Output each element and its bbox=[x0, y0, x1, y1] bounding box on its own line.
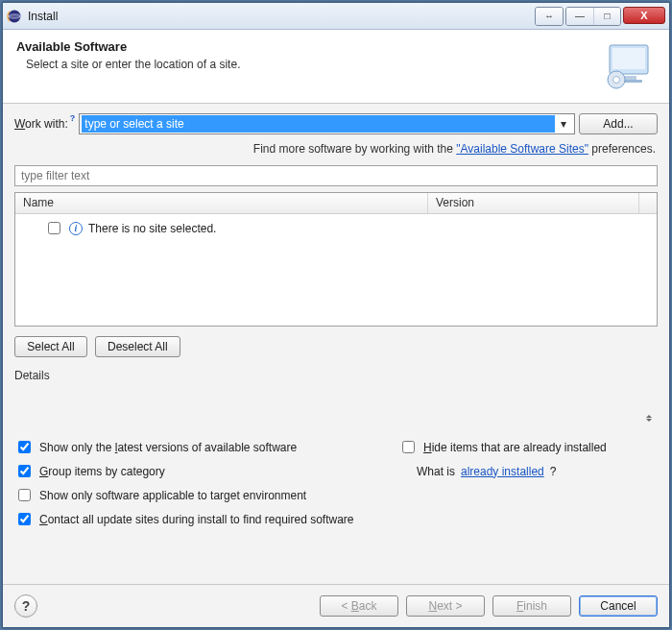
opt-hide-installed[interactable]: Hide items that are already installed bbox=[398, 438, 658, 456]
opt-whatis: What is already installed? bbox=[398, 462, 658, 480]
work-with-label: Work with: bbox=[14, 117, 68, 131]
details-area bbox=[14, 384, 658, 424]
finish-button[interactable]: Finish bbox=[492, 595, 571, 617]
opt-hide-installed-label: Hide items that are already installed bbox=[423, 441, 607, 454]
tree-empty-row: i There is no site selected. bbox=[23, 218, 649, 238]
info-icon: i bbox=[69, 222, 83, 235]
opt-latest[interactable]: Show only the latest versions of availab… bbox=[14, 438, 398, 456]
software-tree[interactable]: Name Version i There is no site selected… bbox=[14, 192, 658, 327]
column-version[interactable]: Version bbox=[428, 193, 639, 213]
opt-group-category[interactable]: Group items by category bbox=[14, 462, 398, 480]
deselect-all-button[interactable]: Deselect All bbox=[95, 336, 180, 357]
wizard-header: Available Software Select a site or ente… bbox=[3, 30, 669, 104]
already-installed-link[interactable]: already installed bbox=[461, 465, 544, 478]
options-grid: Show only the latest versions of availab… bbox=[14, 438, 658, 528]
svg-point-0 bbox=[9, 10, 21, 22]
tree-body: i There is no site selected. bbox=[15, 214, 657, 326]
work-with-input[interactable] bbox=[82, 115, 555, 133]
opt-contact-sites[interactable]: Contact all update sites during install … bbox=[14, 510, 658, 528]
tree-header: Name Version bbox=[15, 193, 657, 214]
hint-suffix: preferences. bbox=[588, 142, 656, 156]
opt-contact-sites-label: Contact all update sites during install … bbox=[39, 513, 354, 526]
empty-message: There is no site selected. bbox=[88, 222, 216, 235]
help-superscript-icon[interactable]: ? bbox=[70, 113, 76, 123]
titlebar-move-group: ↔ bbox=[535, 7, 564, 26]
available-sites-link[interactable]: "Available Software Sites" bbox=[456, 142, 588, 156]
opt-target-env-label: Show only software applicable to target … bbox=[39, 489, 306, 502]
opt-latest-checkbox[interactable] bbox=[18, 441, 31, 453]
wizard-footer: ? < Back Next > Finish Cancel bbox=[3, 584, 669, 627]
chevron-down-icon[interactable]: ▾ bbox=[555, 115, 572, 133]
install-dialog: Install ↔ — □ X Available Software Selec… bbox=[2, 2, 670, 628]
next-button[interactable]: Next > bbox=[406, 595, 485, 617]
opt-target-env-checkbox[interactable] bbox=[18, 489, 31, 501]
whatis-suffix: ? bbox=[550, 465, 557, 478]
hint-prefix: Find more software by working with the bbox=[253, 142, 456, 156]
whatis-prefix: What is bbox=[417, 465, 455, 478]
details-label: Details bbox=[14, 369, 658, 382]
titlebar-min-max: — □ bbox=[565, 7, 621, 26]
content-area: Work with:? ▾ Add... Find more software … bbox=[3, 104, 669, 584]
back-button[interactable]: < Back bbox=[320, 595, 398, 617]
page-subtitle: Select a site or enter the location of a… bbox=[26, 58, 602, 71]
opt-latest-label: Show only the latest versions of availab… bbox=[39, 441, 297, 454]
help-button[interactable]: ? bbox=[14, 594, 37, 618]
details-expand-toggle[interactable] bbox=[644, 413, 654, 423]
sites-hint: Find more software by working with the "… bbox=[16, 142, 656, 156]
maximize-button[interactable]: □ bbox=[593, 8, 620, 25]
close-button[interactable]: X bbox=[623, 7, 665, 24]
window-title: Install bbox=[28, 10, 535, 23]
move-button[interactable]: ↔ bbox=[536, 8, 563, 25]
work-with-combo[interactable]: ▾ bbox=[79, 113, 575, 134]
filter-input[interactable] bbox=[14, 165, 658, 186]
empty-row-checkbox[interactable] bbox=[48, 222, 60, 234]
install-wizard-icon bbox=[602, 39, 656, 93]
column-name[interactable]: Name bbox=[15, 193, 428, 213]
svg-rect-4 bbox=[612, 48, 645, 69]
page-title: Available Software bbox=[16, 39, 602, 54]
select-all-button[interactable]: Select All bbox=[14, 336, 87, 357]
eclipse-icon bbox=[7, 9, 22, 24]
titlebar[interactable]: Install ↔ — □ X bbox=[3, 3, 669, 30]
opt-target-env[interactable]: Show only software applicable to target … bbox=[14, 486, 398, 504]
cancel-button[interactable]: Cancel bbox=[579, 595, 658, 617]
minimize-button[interactable]: — bbox=[566, 8, 593, 25]
opt-hide-installed-checkbox[interactable] bbox=[402, 441, 415, 453]
opt-contact-sites-checkbox[interactable] bbox=[18, 513, 31, 525]
opt-group-category-label: Group items by category bbox=[39, 465, 165, 478]
add-button[interactable]: Add... bbox=[579, 113, 658, 134]
opt-group-category-checkbox[interactable] bbox=[18, 465, 31, 477]
svg-point-8 bbox=[613, 77, 620, 84]
